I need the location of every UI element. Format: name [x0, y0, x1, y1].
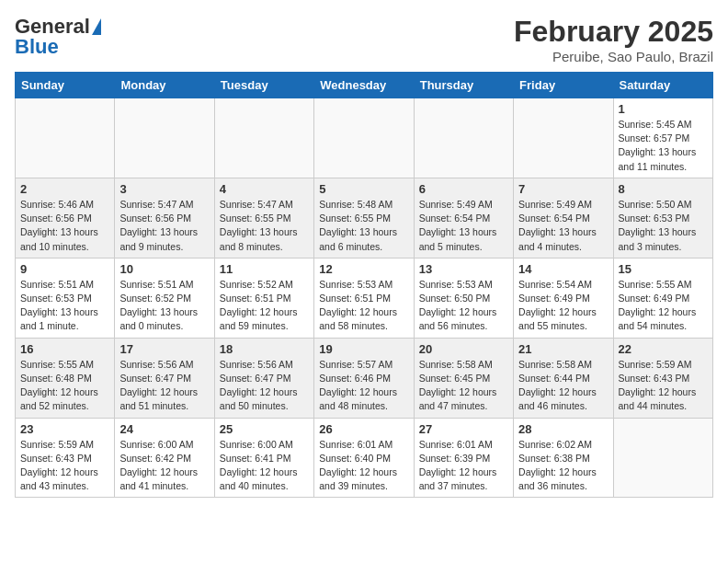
- calendar-cell: 6Sunrise: 5:49 AM Sunset: 6:54 PM Daylig…: [414, 178, 513, 258]
- weekday-header-thursday: Thursday: [414, 73, 513, 98]
- month-title: February 2025: [514, 15, 713, 49]
- day-info: Sunrise: 5:57 AM Sunset: 6:46 PM Dayligh…: [319, 358, 408, 414]
- day-number: 21: [518, 342, 608, 356]
- calendar-cell: [414, 98, 513, 178]
- day-info: Sunrise: 5:58 AM Sunset: 6:45 PM Dayligh…: [419, 358, 508, 414]
- calendar-table: SundayMondayTuesdayWednesdayThursdayFrid…: [15, 72, 713, 498]
- day-number: 5: [319, 182, 408, 196]
- calendar-cell: [514, 98, 613, 178]
- weekday-header-tuesday: Tuesday: [214, 73, 313, 98]
- day-info: Sunrise: 5:56 AM Sunset: 6:47 PM Dayligh…: [119, 358, 209, 414]
- day-info: Sunrise: 5:50 AM Sunset: 6:53 PM Dayligh…: [619, 198, 708, 254]
- calendar-cell: 20Sunrise: 5:58 AM Sunset: 6:45 PM Dayli…: [414, 338, 513, 418]
- day-info: Sunrise: 5:53 AM Sunset: 6:50 PM Dayligh…: [419, 278, 508, 334]
- day-number: 4: [220, 182, 309, 196]
- calendar-cell: 18Sunrise: 5:56 AM Sunset: 6:47 PM Dayli…: [214, 338, 313, 418]
- logo-triangle-icon: [92, 18, 101, 35]
- calendar-cell: 14Sunrise: 5:54 AM Sunset: 6:49 PM Dayli…: [514, 258, 613, 338]
- logo: General Blue: [15, 15, 101, 59]
- location-text: Peruibe, Sao Paulo, Brazil: [514, 49, 713, 64]
- calendar-cell: 4Sunrise: 5:47 AM Sunset: 6:55 PM Daylig…: [214, 178, 313, 258]
- day-info: Sunrise: 5:58 AM Sunset: 6:44 PM Dayligh…: [518, 358, 608, 414]
- calendar-cell: [214, 98, 313, 178]
- calendar-cell: 28Sunrise: 6:02 AM Sunset: 6:38 PM Dayli…: [514, 418, 613, 498]
- weekday-header-friday: Friday: [514, 73, 613, 98]
- day-number: 10: [119, 262, 209, 276]
- day-number: 22: [619, 342, 708, 356]
- day-info: Sunrise: 5:47 AM Sunset: 6:56 PM Dayligh…: [119, 198, 209, 254]
- title-block: February 2025 Peruibe, Sao Paulo, Brazil: [514, 15, 713, 64]
- day-number: 18: [220, 342, 309, 356]
- day-number: 8: [619, 182, 708, 196]
- day-info: Sunrise: 5:51 AM Sunset: 6:53 PM Dayligh…: [20, 278, 109, 334]
- weekday-header-sunday: Sunday: [16, 73, 115, 98]
- day-info: Sunrise: 5:49 AM Sunset: 6:54 PM Dayligh…: [518, 198, 608, 254]
- day-info: Sunrise: 5:51 AM Sunset: 6:52 PM Dayligh…: [119, 278, 209, 334]
- day-number: 19: [319, 342, 408, 356]
- page-header: General Blue February 2025 Peruibe, Sao …: [15, 15, 713, 64]
- calendar-cell: 27Sunrise: 6:01 AM Sunset: 6:39 PM Dayli…: [414, 418, 513, 498]
- day-number: 14: [518, 262, 608, 276]
- weekday-header-wednesday: Wednesday: [314, 73, 414, 98]
- day-info: Sunrise: 5:53 AM Sunset: 6:51 PM Dayligh…: [319, 278, 408, 334]
- calendar-cell: 10Sunrise: 5:51 AM Sunset: 6:52 PM Dayli…: [115, 258, 214, 338]
- day-number: 27: [419, 422, 508, 436]
- calendar-week-row: 9Sunrise: 5:51 AM Sunset: 6:53 PM Daylig…: [16, 258, 713, 338]
- day-number: 15: [619, 262, 708, 276]
- day-info: Sunrise: 5:56 AM Sunset: 6:47 PM Dayligh…: [220, 358, 309, 414]
- day-info: Sunrise: 5:45 AM Sunset: 6:57 PM Dayligh…: [619, 118, 708, 174]
- day-info: Sunrise: 5:54 AM Sunset: 6:49 PM Dayligh…: [518, 278, 608, 334]
- day-number: 6: [419, 182, 508, 196]
- calendar-week-row: 1Sunrise: 5:45 AM Sunset: 6:57 PM Daylig…: [16, 98, 713, 178]
- day-info: Sunrise: 5:55 AM Sunset: 6:49 PM Dayligh…: [619, 278, 708, 334]
- day-info: Sunrise: 5:49 AM Sunset: 6:54 PM Dayligh…: [419, 198, 508, 254]
- day-info: Sunrise: 5:59 AM Sunset: 6:43 PM Dayligh…: [20, 438, 109, 494]
- day-number: 16: [20, 342, 109, 356]
- day-number: 20: [419, 342, 508, 356]
- day-number: 2: [20, 182, 109, 196]
- calendar-cell: 24Sunrise: 6:00 AM Sunset: 6:42 PM Dayli…: [115, 418, 214, 498]
- day-number: 25: [220, 422, 309, 436]
- calendar-cell: 5Sunrise: 5:48 AM Sunset: 6:55 PM Daylig…: [314, 178, 414, 258]
- logo-blue-text: Blue: [15, 35, 59, 59]
- calendar-cell: 11Sunrise: 5:52 AM Sunset: 6:51 PM Dayli…: [214, 258, 313, 338]
- calendar-cell: 15Sunrise: 5:55 AM Sunset: 6:49 PM Dayli…: [613, 258, 712, 338]
- calendar-cell: 21Sunrise: 5:58 AM Sunset: 6:44 PM Dayli…: [514, 338, 613, 418]
- day-number: 28: [518, 422, 608, 436]
- day-info: Sunrise: 6:01 AM Sunset: 6:39 PM Dayligh…: [419, 438, 508, 494]
- day-number: 7: [518, 182, 608, 196]
- day-info: Sunrise: 5:46 AM Sunset: 6:56 PM Dayligh…: [20, 198, 109, 254]
- calendar-cell: 9Sunrise: 5:51 AM Sunset: 6:53 PM Daylig…: [16, 258, 115, 338]
- calendar-cell: 13Sunrise: 5:53 AM Sunset: 6:50 PM Dayli…: [414, 258, 513, 338]
- day-number: 24: [119, 422, 209, 436]
- day-info: Sunrise: 5:55 AM Sunset: 6:48 PM Dayligh…: [20, 358, 109, 414]
- day-number: 11: [220, 262, 309, 276]
- day-number: 23: [20, 422, 109, 436]
- weekday-header-row: SundayMondayTuesdayWednesdayThursdayFrid…: [16, 73, 713, 98]
- calendar-cell: 3Sunrise: 5:47 AM Sunset: 6:56 PM Daylig…: [115, 178, 214, 258]
- day-info: Sunrise: 5:59 AM Sunset: 6:43 PM Dayligh…: [619, 358, 708, 414]
- calendar-cell: 22Sunrise: 5:59 AM Sunset: 6:43 PM Dayli…: [613, 338, 712, 418]
- day-number: 1: [619, 102, 708, 116]
- day-info: Sunrise: 5:52 AM Sunset: 6:51 PM Dayligh…: [220, 278, 309, 334]
- calendar-week-row: 2Sunrise: 5:46 AM Sunset: 6:56 PM Daylig…: [16, 178, 713, 258]
- day-info: Sunrise: 6:01 AM Sunset: 6:40 PM Dayligh…: [319, 438, 408, 494]
- calendar-cell: 1Sunrise: 5:45 AM Sunset: 6:57 PM Daylig…: [613, 98, 712, 178]
- calendar-cell: [16, 98, 115, 178]
- weekday-header-saturday: Saturday: [613, 73, 712, 98]
- calendar-cell: 12Sunrise: 5:53 AM Sunset: 6:51 PM Dayli…: [314, 258, 414, 338]
- calendar-cell: 25Sunrise: 6:00 AM Sunset: 6:41 PM Dayli…: [214, 418, 313, 498]
- day-info: Sunrise: 6:02 AM Sunset: 6:38 PM Dayligh…: [518, 438, 608, 494]
- calendar-cell: 8Sunrise: 5:50 AM Sunset: 6:53 PM Daylig…: [613, 178, 712, 258]
- day-number: 12: [319, 262, 408, 276]
- calendar-cell: [613, 418, 712, 498]
- day-number: 26: [319, 422, 408, 436]
- day-info: Sunrise: 6:00 AM Sunset: 6:41 PM Dayligh…: [220, 438, 309, 494]
- calendar-cell: 2Sunrise: 5:46 AM Sunset: 6:56 PM Daylig…: [16, 178, 115, 258]
- calendar-cell: 19Sunrise: 5:57 AM Sunset: 6:46 PM Dayli…: [314, 338, 414, 418]
- day-number: 3: [119, 182, 209, 196]
- calendar-cell: 16Sunrise: 5:55 AM Sunset: 6:48 PM Dayli…: [16, 338, 115, 418]
- day-number: 9: [20, 262, 109, 276]
- day-info: Sunrise: 5:47 AM Sunset: 6:55 PM Dayligh…: [220, 198, 309, 254]
- calendar-week-row: 23Sunrise: 5:59 AM Sunset: 6:43 PM Dayli…: [16, 418, 713, 498]
